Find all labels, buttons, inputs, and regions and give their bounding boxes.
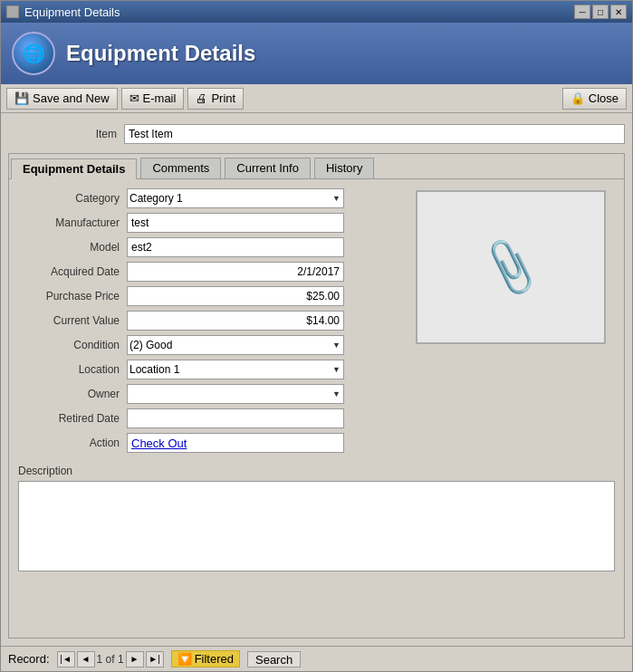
tab-comments[interactable]: Comments [140,158,221,178]
condition-select[interactable]: (1) Poor (2) Good (3) Excellent [127,335,344,355]
owner-row: Owner [18,384,405,404]
item-label: Item [8,128,117,140]
acquired-date-input[interactable] [127,262,344,282]
header: 🌐 Equipment Details [1,23,632,84]
category-row: Category Category 1 Category 2 Category … [18,188,405,208]
tab-equipment-details[interactable]: Equipment Details [11,158,137,179]
model-label: Model [18,241,127,254]
tab-main: Category Category 1 Category 2 Category … [18,188,615,457]
title-bar-left: Equipment Details [6,5,120,19]
purchase-price-row: Purchase Price [18,286,405,306]
close-icon: 🔒 [571,91,585,105]
navigation-controls: |◄ ◄ 1 of 1 ► ►| [57,651,164,667]
owner-label: Owner [18,388,127,400]
action-field: Check Out [127,433,344,453]
location-row: Location Location 1 Location 2 Location … [18,360,405,379]
filtered-label: Filtered [195,652,234,666]
current-value-input[interactable] [127,311,344,331]
current-value-row: Current Value [18,311,405,331]
condition-label: Condition [18,339,127,351]
condition-row: Condition (1) Poor (2) Good (3) Excellen… [18,335,405,355]
retired-date-input[interactable] [127,408,344,428]
category-label: Category [18,192,127,205]
minimize-button[interactable]: ─ [574,5,590,19]
toolbar: 💾 Save and New ✉ E-mail 🖨 Print 🔒 Close [1,84,632,113]
record-count: 1 of 1 [97,653,124,666]
action-label: Action [18,437,127,449]
retired-date-row: Retired Date [18,408,405,428]
save-and-new-button[interactable]: 💾 Save and New [6,88,118,110]
header-icon: 🌐 [12,32,55,75]
save-and-new-label: Save and New [33,91,110,105]
action-row: Action Check Out [18,433,405,453]
manufacturer-label: Manufacturer [18,216,127,229]
tab-current-info[interactable]: Current Info [225,158,311,178]
close-button[interactable]: 🔒 Close [562,88,627,110]
main-window: Equipment Details ─ □ ✕ 🌐 Equipment Deta… [0,0,633,672]
location-label: Location [18,363,127,376]
acquired-date-label: Acquired Date [18,265,127,278]
email-button[interactable]: ✉ E-mail [121,88,185,110]
header-title: Equipment Details [66,41,255,66]
acquired-date-row: Acquired Date [18,262,405,282]
tab-content-equipment-details: Category Category 1 Category 2 Category … [9,179,624,638]
image-box: 📎 [416,190,606,344]
check-out-link[interactable]: Check Out [131,437,187,450]
location-select-wrapper: Location 1 Location 2 Location 3 [127,360,344,379]
first-record-button[interactable]: |◄ [57,651,75,667]
tabs-container: Equipment Details Comments Current Info … [8,153,625,638]
manufacturer-input[interactable] [127,213,344,233]
owner-select-wrapper [127,384,344,404]
print-button[interactable]: 🖨 Print [187,88,244,110]
window-title: Equipment Details [24,5,120,19]
purchase-price-label: Purchase Price [18,290,127,302]
current-value-label: Current Value [18,314,127,327]
filtered-icon: 🔽 [177,652,192,666]
email-label: E-mail [143,91,177,105]
tab-right-image: 📎 [416,188,615,457]
manufacturer-row: Manufacturer [18,213,405,233]
model-input[interactable] [127,237,344,257]
next-record-button[interactable]: ► [126,651,144,667]
description-textarea[interactable] [18,481,615,571]
description-label: Description [18,465,615,477]
owner-select[interactable] [127,384,344,404]
tab-history[interactable]: History [314,158,374,178]
save-icon: 💾 [14,91,29,105]
prev-record-button[interactable]: ◄ [77,651,95,667]
email-icon: ✉ [129,91,139,105]
restore-button[interactable]: □ [592,5,609,19]
tab-strip: Equipment Details Comments Current Info … [9,154,624,179]
purchase-price-input[interactable] [127,286,344,306]
retired-date-label: Retired Date [18,412,127,425]
title-bar: Equipment Details ─ □ ✕ [1,1,632,23]
close-label: Close [589,91,619,105]
item-input[interactable] [124,124,625,144]
model-row: Model [18,237,405,257]
title-bar-controls: ─ □ ✕ [574,5,627,19]
search-label: Search [255,653,293,667]
filtered-badge[interactable]: 🔽 Filtered [171,650,240,667]
record-prefix: Record: [8,652,50,666]
condition-select-wrapper: (1) Poor (2) Good (3) Excellent [127,335,344,355]
status-bar: Record: |◄ ◄ 1 of 1 ► ►| 🔽 Filtered Sear… [1,646,632,671]
window-icon [6,5,19,18]
content-area: Item Equipment Details Comments Current … [1,113,632,646]
category-select-wrapper: Category 1 Category 2 Category 3 [127,188,344,208]
print-icon: 🖨 [196,91,207,105]
location-select[interactable]: Location 1 Location 2 Location 3 [127,360,344,379]
description-section: Description [18,465,615,574]
item-row: Item [8,120,625,148]
close-window-button[interactable]: ✕ [610,5,627,19]
paperclip-icon: 📎 [478,235,543,299]
search-button[interactable]: Search [247,651,301,667]
tab-left-form: Category Category 1 Category 2 Category … [18,188,405,457]
category-select[interactable]: Category 1 Category 2 Category 3 [127,188,344,208]
print-label: Print [211,91,235,105]
last-record-button[interactable]: ►| [146,651,164,667]
